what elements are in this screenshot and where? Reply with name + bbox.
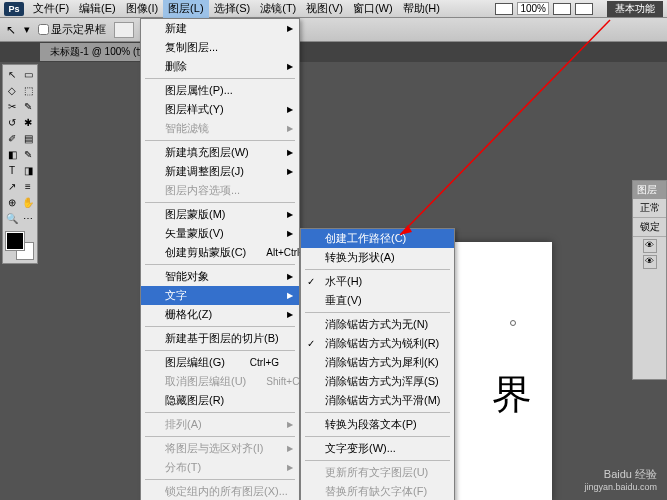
tool-item[interactable]: ↺ (4, 114, 20, 130)
menu-item-label: 取消图层编组(U) (165, 374, 246, 389)
submenu-arrow-icon: ▶ (287, 444, 293, 453)
foreground-color-swatch[interactable] (6, 232, 24, 250)
tool-item[interactable]: ◨ (20, 162, 36, 178)
menu-item-label: 新建调整图层(J) (165, 164, 244, 179)
eye-icon[interactable]: 👁 (643, 239, 657, 253)
submenu-arrow-icon: ▶ (287, 148, 293, 157)
menu-item[interactable]: 文字▶ (141, 286, 299, 305)
tool-item[interactable]: ◧ (4, 146, 20, 162)
menu-选择[interactable]: 选择(S) (209, 0, 256, 18)
tool-item[interactable]: ⬚ (20, 82, 36, 98)
tool-item[interactable]: ✎ (20, 98, 36, 114)
tool-item[interactable]: ↖ (4, 66, 20, 82)
menu-文件[interactable]: 文件(F) (28, 0, 74, 18)
menu-item[interactable]: 图层属性(P)... (141, 81, 299, 100)
menu-item[interactable]: 矢量蒙版(V)▶ (141, 224, 299, 243)
menu-item[interactable]: 隐藏图层(R) (141, 391, 299, 410)
menu-item[interactable]: 图层蒙版(M)▶ (141, 205, 299, 224)
menu-separator (145, 78, 295, 79)
menu-窗口[interactable]: 窗口(W) (348, 0, 398, 18)
layout-icon[interactable] (495, 3, 513, 15)
menu-item[interactable]: 新建基于图层的切片(B) (141, 329, 299, 348)
menu-item[interactable]: 垂直(V) (301, 291, 454, 310)
menu-滤镜[interactable]: 滤镜(T) (255, 0, 301, 18)
menu-item[interactable]: 创建工作路径(C) (301, 229, 454, 248)
menu-separator (145, 140, 295, 141)
menu-item-label: 矢量蒙版(V) (165, 226, 224, 241)
arrange-icon[interactable] (575, 3, 593, 15)
menu-item[interactable]: ✓消除锯齿方式为锐利(R) (301, 334, 454, 353)
tool-item[interactable]: ▤ (20, 130, 36, 146)
menu-item[interactable]: 删除▶ (141, 57, 299, 76)
tool-item[interactable]: T (4, 162, 20, 178)
menu-item-label: 将图层与选区对齐(I) (165, 441, 263, 456)
watermark-main: Baidu 经验 (604, 467, 657, 482)
layers-panel-title: 图层 (633, 181, 666, 199)
tool-item[interactable]: ▭ (20, 66, 36, 82)
menubar-right-controls: 100% 基本功能 (495, 1, 663, 17)
dropdown-icon[interactable]: ▾ (24, 23, 30, 36)
menu-item[interactable]: 图层样式(Y)▶ (141, 100, 299, 119)
blend-mode-select[interactable]: 正常 (633, 199, 666, 218)
tool-item[interactable]: ⋯ (20, 210, 36, 226)
tool-item[interactable]: ⊕ (4, 194, 20, 210)
screenmode-icon[interactable] (553, 3, 571, 15)
menu-separator (145, 412, 295, 413)
move-tool-icon[interactable]: ↖ (6, 23, 16, 37)
menu-item-label: 复制图层... (165, 40, 218, 55)
menu-item[interactable]: 复制图层... (141, 38, 299, 57)
tool-item[interactable]: ✋ (20, 194, 36, 210)
menu-separator (305, 412, 450, 413)
menu-图层[interactable]: 图层(L) (163, 0, 208, 18)
menu-item-label: 图层蒙版(M) (165, 207, 226, 222)
menu-图像[interactable]: 图像(I) (121, 0, 163, 18)
menu-item-label: 垂直(V) (325, 293, 362, 308)
menu-item[interactable]: 栅格化(Z)▶ (141, 305, 299, 324)
tool-item[interactable]: 🔍 (4, 210, 20, 226)
menu-item[interactable]: 图层编组(G)Ctrl+G (141, 353, 299, 372)
tool-item[interactable]: ✂ (4, 98, 20, 114)
tool-item[interactable]: ↗ (4, 178, 20, 194)
menu-编辑[interactable]: 编辑(E) (74, 0, 121, 18)
menu-item-label: 栅格化(Z) (165, 307, 212, 322)
tool-item[interactable]: ✎ (20, 146, 36, 162)
menu-item-label: 消除锯齿方式为犀利(K) (325, 355, 439, 370)
app-logo-icon: Ps (4, 2, 24, 16)
menu-separator (145, 436, 295, 437)
menu-item[interactable]: 消除锯齿方式为无(N) (301, 315, 454, 334)
menu-item[interactable]: 智能对象▶ (141, 267, 299, 286)
tool-item[interactable]: ✐ (4, 130, 20, 146)
drag-handle-icon (510, 320, 516, 326)
menu-item[interactable]: 新建▶ (141, 19, 299, 38)
menu-视图[interactable]: 视图(V) (301, 0, 348, 18)
menu-item[interactable]: 消除锯齿方式为平滑(M) (301, 391, 454, 410)
menu-item-label: 新建 (165, 21, 187, 36)
menu-item[interactable]: 创建剪贴蒙版(C)Alt+Ctrl+G (141, 243, 299, 262)
menu-item[interactable]: 文字变形(W)... (301, 439, 454, 458)
menu-item[interactable]: 转换为段落文本(P) (301, 415, 454, 434)
zoom-select[interactable]: 100% (517, 2, 549, 15)
menu-帮助[interactable]: 帮助(H) (398, 0, 445, 18)
align-icon[interactable] (114, 22, 134, 38)
eye-icon[interactable]: 👁 (643, 255, 657, 269)
lock-label: 锁定 (633, 218, 666, 237)
menu-item-label: 删除 (165, 59, 187, 74)
menu-item-label: 锁定组内的所有图层(X)... (165, 484, 288, 499)
tool-item[interactable]: ≡ (20, 178, 36, 194)
menu-item-label: 水平(H) (325, 274, 362, 289)
menu-item[interactable]: 消除锯齿方式为浑厚(S) (301, 372, 454, 391)
submenu-arrow-icon: ▶ (287, 105, 293, 114)
layers-panel[interactable]: 图层 正常 锁定 👁 👁 (632, 180, 667, 380)
menu-item-label: 新建填充图层(W) (165, 145, 249, 160)
tool-item[interactable]: ◇ (4, 82, 20, 98)
menu-item[interactable]: ✓水平(H) (301, 272, 454, 291)
menu-item[interactable]: 新建填充图层(W)▶ (141, 143, 299, 162)
menu-shortcut: Ctrl+G (230, 357, 279, 368)
show-bounds-checkbox[interactable]: 显示定界框 (38, 22, 106, 37)
menu-item[interactable]: 转换为形状(A) (301, 248, 454, 267)
tool-item[interactable]: ✱ (20, 114, 36, 130)
menu-item[interactable]: 消除锯齿方式为犀利(K) (301, 353, 454, 372)
workspace-basic-button[interactable]: 基本功能 (607, 1, 663, 17)
color-swatches[interactable] (4, 230, 36, 262)
menu-item[interactable]: 新建调整图层(J)▶ (141, 162, 299, 181)
